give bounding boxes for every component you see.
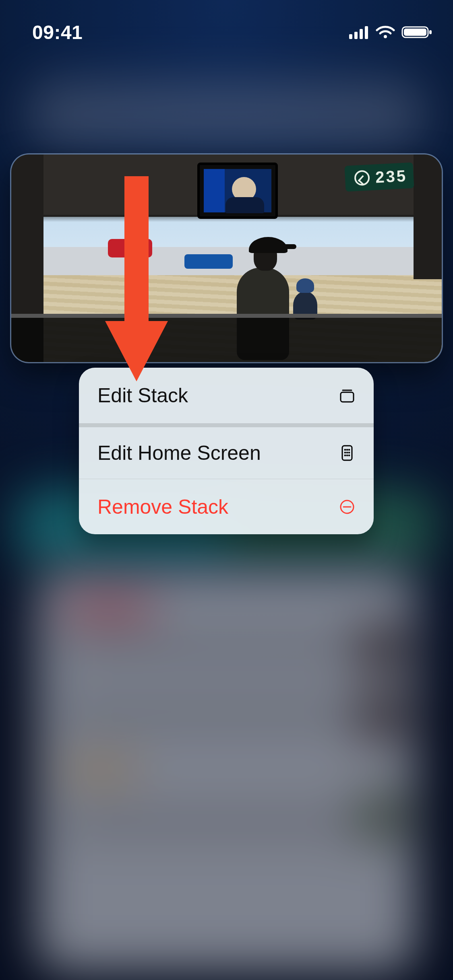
menu-item-label: Remove Stack: [97, 495, 228, 519]
menu-item-label: Edit Home Screen: [97, 441, 261, 465]
svg-point-11: [346, 449, 348, 451]
section-sign: 235: [344, 163, 414, 192]
menu-item-remove-stack[interactable]: Remove Stack: [79, 479, 374, 534]
svg-point-13: [344, 452, 346, 454]
svg-rect-0: [349, 34, 352, 39]
svg-point-15: [348, 452, 350, 454]
annotation-arrow-icon: [110, 176, 163, 389]
svg-rect-3: [365, 26, 368, 39]
svg-rect-7: [429, 30, 432, 34]
wifi-icon: [376, 25, 395, 39]
svg-rect-8: [341, 392, 354, 402]
context-menu: Edit Stack Edit Home Screen Remove Stack: [79, 368, 374, 534]
menu-item-edit-home-screen[interactable]: Edit Home Screen: [79, 423, 374, 479]
section-number: 235: [375, 167, 407, 186]
svg-point-4: [384, 35, 387, 38]
minus-circle-icon: [337, 497, 357, 517]
svg-rect-1: [354, 32, 358, 39]
svg-point-16: [344, 455, 346, 457]
photos-widget-preview[interactable]: 235: [11, 154, 442, 362]
stack-icon: [337, 386, 357, 405]
status-bar: 09:41: [0, 0, 453, 52]
tv-monitor: [197, 163, 278, 219]
left-arrow-icon: [354, 170, 370, 186]
svg-point-18: [348, 455, 350, 457]
svg-rect-2: [360, 29, 363, 39]
status-icons: [349, 25, 433, 39]
apps-grid-icon: [337, 443, 357, 463]
cellular-icon: [349, 25, 369, 39]
svg-point-14: [346, 452, 348, 454]
status-time: 09:41: [32, 21, 83, 43]
svg-point-12: [348, 449, 350, 451]
battery-icon: [401, 25, 433, 39]
svg-point-17: [346, 455, 348, 457]
widget-photo: 235: [11, 154, 442, 362]
svg-rect-6: [404, 29, 426, 36]
svg-point-10: [344, 449, 346, 451]
